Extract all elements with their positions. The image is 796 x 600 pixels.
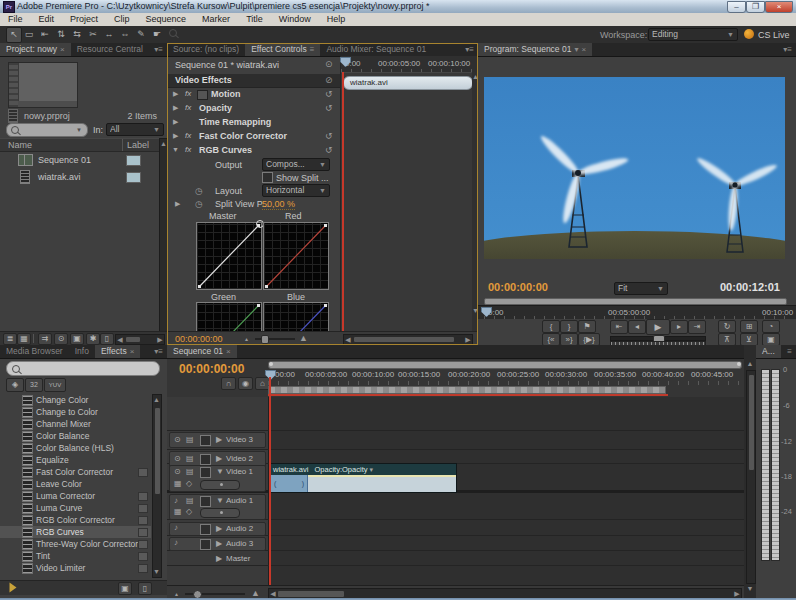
mark-out-button[interactable]: } [560,320,578,333]
ec-ruler[interactable]: 0:00 00:00:05:00 00:00:10:00 [341,56,478,73]
set-display-style-icon[interactable]: ▤ [186,496,194,506]
effects-search-input[interactable] [6,361,160,376]
list-item[interactable]: Tint [0,550,151,562]
clip-selected-segment[interactable]: ( ) [271,475,308,492]
slip-tool[interactable]: ↔ [102,27,116,41]
rate-stretch-tool[interactable]: ⇆ [70,27,84,41]
list-item[interactable]: Change to Color [0,406,151,418]
list-item[interactable]: Change Color [0,394,151,406]
chevron-down-icon[interactable]: ▼ [172,146,179,153]
icon-view-button[interactable]: ▦ [17,333,31,345]
menu-item[interactable]: Sequence [138,13,195,26]
tab-sequence[interactable]: Sequence 01× [167,345,237,358]
hand-tool[interactable]: ☛ [150,27,164,41]
set-display-style-icon[interactable]: ▤ [186,454,194,464]
menu-item[interactable]: Clip [106,13,138,26]
scroll-thumb[interactable] [277,590,345,598]
zoom-in-icon[interactable]: ▲ [299,333,308,343]
menu-item[interactable]: Marker [194,13,238,26]
show-timeline-view-icon[interactable]: ⊙ [325,59,333,69]
toggle-effects-icon[interactable]: ⊘ [325,75,333,85]
new-custom-bin-button[interactable]: ▣ [118,582,132,595]
ec-zoom-slider[interactable] [255,338,295,340]
ec-hscrollbar[interactable]: ◀ ▶ [343,334,473,345]
panel-menu-icon[interactable]: ▾≡ [150,345,167,358]
scroll-thumb[interactable] [125,336,141,343]
reset-icon[interactable]: ↺ [325,103,333,113]
chevron-right-icon[interactable]: ▶ [216,454,222,464]
track-header-audio1[interactable]: ♪ ▤ ▼ Audio 1 ▦ ◇ [169,494,266,520]
mark-in-button[interactable]: { [542,320,560,333]
curve-point[interactable] [198,285,201,288]
playhead-line[interactable] [342,72,344,331]
panel-menu-icon[interactable]: ▾≡ [461,43,478,56]
viewbar-handle[interactable] [269,362,273,366]
tab-media-browser[interactable]: Media Browser [0,345,69,358]
scroll-right-icon[interactable]: ▶ [734,590,740,598]
go-to-previous-marker-button[interactable]: {« [542,333,560,345]
keyframe-nav-pill[interactable] [200,480,240,490]
track-lock-toggle[interactable] [200,524,211,535]
slide-tool[interactable]: ⇔ [118,27,132,41]
menu-item[interactable]: File [0,13,31,26]
curve-point[interactable] [265,285,268,288]
tab-project[interactable]: Project: nowy× [0,43,71,56]
effect-row-motion[interactable]: ▶ fx Motion ↺ [167,87,340,101]
program-ruler[interactable]: 0:00 00:05:00:00 00:10:00 [478,305,796,319]
chevron-right-icon[interactable]: ▶ [173,118,178,126]
restore-button[interactable]: ❐ [746,1,765,13]
scroll-left-icon[interactable]: ◀ [345,336,351,344]
ripple-edit-tool[interactable]: ⇤ [38,27,52,41]
track-header-master[interactable]: ▶ Master [169,552,266,566]
effect-row-time-remapping[interactable]: ▶ Time Remapping [167,115,340,129]
toggle-track-output-icon[interactable]: ⊙ [174,454,181,464]
output-button[interactable]: ◔ [762,320,780,333]
scroll-left-icon[interactable]: ◀ [270,590,276,598]
curve-point[interactable] [257,304,260,307]
scroll-up-icon[interactable]: ▲ [153,396,160,404]
chevron-right-icon[interactable]: ▶ [173,90,178,98]
scroll-thumb[interactable] [154,407,161,495]
stopwatch-icon[interactable]: ◷ [195,199,203,209]
cs-live-button[interactable]: CS Live [758,30,790,40]
panel-menu-icon[interactable]: ≡ [783,345,796,358]
scroll-left-icon[interactable]: ◀ [117,336,123,344]
menu-item[interactable]: Title [238,13,271,26]
tab-audio-meters[interactable]: A... [756,345,781,358]
list-item[interactable]: Channel Mixer [0,418,151,430]
work-area-bar[interactable] [268,386,666,394]
go-to-next-marker-button[interactable]: »} [560,333,578,345]
zoom-out-icon[interactable]: ▴ [245,335,248,342]
tab-info[interactable]: Info [69,345,95,358]
track-lock-toggle[interactable] [200,435,211,446]
red-curve[interactable] [263,222,329,290]
list-item[interactable]: Color Balance (HLS) [0,442,151,454]
column-name[interactable]: Name [8,140,32,150]
go-to-out-button[interactable]: ⇥ [688,320,706,334]
add-marker-button[interactable]: ⚑ [578,320,596,333]
zoom-in-icon[interactable]: ▲ [251,588,260,598]
reset-icon[interactable]: ↺ [325,89,333,99]
tab-effect-controls[interactable]: Effect Controls≡ [245,43,320,56]
zoom-out-icon[interactable]: ▴ [175,590,178,597]
close-icon[interactable]: × [581,43,586,56]
column-label[interactable]: Label [127,140,149,150]
track-header-audio2[interactable]: ♪ ▶ Audio 2 [169,522,266,536]
timeline-timecode[interactable]: 00:00:00:00 [179,362,244,376]
loop-button[interactable]: ↻ [718,320,736,333]
close-icon[interactable]: × [130,345,135,358]
go-to-in-button[interactable]: ⇤ [610,320,628,334]
list-item[interactable]: Fast Color Corrector [0,466,151,478]
pen-tool[interactable]: ✎ [134,27,148,41]
program-timecode[interactable]: 00:00:00:00 [488,281,548,293]
menu-item[interactable]: Project [62,13,106,26]
project-item-sequence[interactable]: Sequence 01 [0,152,159,168]
chevron-right-icon[interactable]: ▶ [216,539,222,549]
scroll-up-icon[interactable]: ▲ [746,360,754,368]
segment-handle[interactable]: ( [274,475,276,492]
tab-source[interactable]: Source: (no clips) [167,43,245,56]
track-lock-toggle[interactable] [200,454,211,465]
track-header-video1[interactable]: ⊙ ▤ ▼ Video 1 ▦ ◇ [169,465,266,492]
timeline-zoom-slider[interactable] [185,593,245,595]
list-item[interactable]: Equalize [0,454,151,466]
